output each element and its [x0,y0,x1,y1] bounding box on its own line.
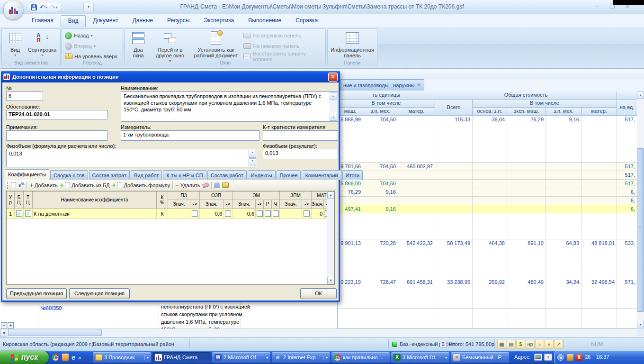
taskbar-button-4[interactable]: как правильно ... [331,352,390,363]
estimate-cell[interactable]: 891,10 [507,239,546,278]
estimate-cell[interactable] [473,205,507,213]
ie-icon[interactable]: e [72,353,75,361]
estimate-cell[interactable]: 34,24 [546,278,581,309]
coefficient-row[interactable]: 1✓✓К на демонтажК0,60,60 [7,209,327,219]
estimate-cell[interactable]: 517, [617,116,637,163]
coef-em-value[interactable]: 0,6 [233,209,256,219]
estimate-cell[interactable] [507,188,546,197]
ok-button[interactable]: ОК [300,288,337,299]
estimate-cell[interactable] [398,205,435,213]
estimate-cell[interactable] [507,163,546,171]
undo-button[interactable]: ↶▾ [40,4,47,11]
estimate-cell[interactable] [546,188,581,197]
num-input[interactable]: 6 [6,91,43,101]
add-button[interactable]: +Добавить [29,182,57,189]
estimate-cell[interactable]: 115,33 [435,116,473,163]
coef-group-header[interactable]: ЭМ [233,191,280,200]
estimate-column-header[interactable]: В том числе [338,100,435,108]
estimate-cell[interactable] [546,213,581,239]
estimate-cell[interactable]: 76,29 [338,188,363,197]
goto-window-button[interactable]: Перейти в другое окно▾ [151,30,189,64]
estimate-cell[interactable] [363,309,398,328]
restore-column-width-button[interactable]: Восстановить ширину колонок [243,52,325,61]
tray-collapse-icon[interactable]: ◀ [557,354,564,361]
ribbon-tab-5[interactable]: Экспертиза [197,15,241,27]
coef-col-tc[interactable]: ТЦ [24,191,33,209]
estimate-column-header[interactable]: з.п. мех. [363,108,398,116]
coef-sub-header[interactable]: Р [264,200,272,209]
checkbox[interactable] [257,210,263,217]
scroll-up-icon[interactable]: ▲ [330,92,337,100]
estimate-cell[interactable]: 497,41 [338,205,363,213]
coef-cell[interactable] [224,209,233,219]
coef-col-bc[interactable]: БЦ [15,191,24,209]
estimate-cell[interactable]: 64,83 [546,239,581,278]
clear-button[interactable] [203,183,209,187]
estimate-cell[interactable]: 33 238,95 [435,278,473,309]
checkbox[interactable] [265,210,271,217]
estimate-cell[interactable]: 517, [617,180,637,188]
taskbar-button-2[interactable]: W2 Microsoft Of...▾ [212,352,270,363]
add-from-db-button[interactable]: +Добавить из БД [60,182,110,189]
unit-input[interactable]: 1 км трубопровода [121,130,259,141]
estimate-cell[interactable] [435,197,473,205]
estimate-cell[interactable]: 9,16 [363,205,398,213]
ribbon-tab-3[interactable]: Данные [125,15,160,27]
justification-input[interactable]: ТЕР24-01-020-01 [6,110,107,119]
estimate-cell[interactable]: 728,47 [363,278,398,309]
estimate-cell[interactable]: 76,29 [507,116,546,163]
estimate-cell[interactable]: 571, [617,278,637,309]
estimate-cell[interactable] [617,213,637,239]
coef-name-cell[interactable]: К на демонтаж [33,209,157,219]
customize-qat-button[interactable]: ▾ [83,2,94,12]
estimate-column-header[interactable]: маш. [338,108,363,116]
to-bottom-panel-button[interactable]: На нижнюю панель [243,41,299,51]
estimate-cell[interactable]: 691 458,31 [398,278,435,309]
estimate-cell[interactable] [581,163,617,171]
previous-position-button[interactable]: Предыдущая позиция [6,288,67,299]
estimate-cell[interactable] [435,205,473,213]
checkbox[interactable] [192,210,198,217]
coef-group-header[interactable]: ПЗ [168,191,200,200]
expand-icon[interactable]: + [8,322,14,328]
coef-group-header[interactable]: ОЗП [200,191,233,200]
coef-sub-header[interactable]: Ч [272,200,280,209]
taskbar-button-5[interactable]: X3 Microsoft Of...▾ [391,352,449,363]
dropdown-icon[interactable]: ▾ [443,355,447,360]
coins-icon[interactable]: ● [545,340,554,349]
dialog-tab-1[interactable]: Сводка к-тов [50,170,88,180]
estimate-cell[interactable] [473,171,507,180]
spin-down-icon[interactable]: ▼ [249,158,256,166]
coef-row-number[interactable]: 1 [7,209,15,219]
estimate-cell[interactable] [581,116,617,163]
dialog-tab-0[interactable]: Коэффициенты [5,169,49,180]
coef-sub-header[interactable]: -> [190,200,200,209]
spinner[interactable]: ▲▼ [249,150,256,166]
estimate-cell[interactable] [581,180,617,188]
estimate-cell[interactable] [363,171,398,180]
two-windows-button[interactable]: Два окна [128,30,149,58]
coef-table-scrollbar[interactable]: ▲ ▼ [327,191,334,284]
estimate-cell[interactable] [398,197,435,205]
chrome-icon[interactable] [52,354,59,361]
estimate-cell[interactable] [546,163,581,171]
scrollbar-thumb[interactable]: ≡ [637,148,644,312]
checkbox[interactable] [273,210,279,217]
estimate-cell[interactable]: 6, [617,205,637,213]
application-menu-button[interactable] [4,0,23,19]
estimate-cell[interactable] [473,213,507,239]
estimate-cell[interactable]: 517, [617,171,637,180]
tray-scheduler-icon[interactable] [567,354,573,361]
estimate-column-header[interactable]: основ. з.п. [473,108,507,116]
spin-up-icon[interactable]: ▲ [249,150,256,158]
dialog-tab-7[interactable]: Прочее [277,170,301,180]
ribbon-tab-7[interactable]: Справка [288,15,325,27]
hp-icon[interactable]: нр [526,340,535,349]
coef-col-level[interactable]: Ур [7,191,15,209]
ribbon-tab-0[interactable]: Главная [25,15,61,27]
coef-sub-header[interactable]: Знач. [312,200,324,209]
estimate-column-header[interactable]: Общая стоимость [435,91,617,100]
scroll-up-icon[interactable]: ▲ [327,191,334,199]
estimate-cell[interactable]: 704,50 [363,116,398,163]
estimate-cell[interactable]: 517, [617,163,637,171]
